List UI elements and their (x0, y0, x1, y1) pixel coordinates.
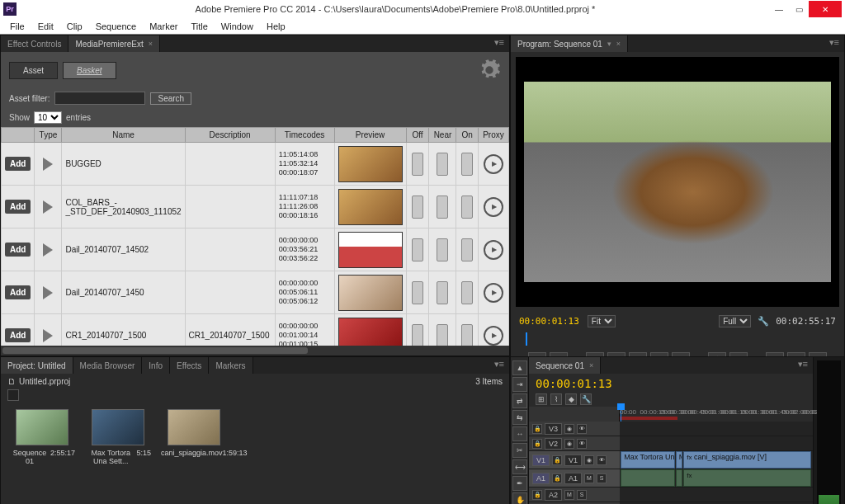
preview-thumb[interactable] (338, 318, 403, 346)
close-tab-icon[interactable]: × (149, 40, 153, 48)
add-button[interactable]: Add (5, 200, 31, 214)
pen-tool[interactable]: ✒ (512, 476, 527, 491)
project-item[interactable]: Max Tortora Una Sett...5:15 (85, 409, 151, 465)
clip-v1-c[interactable]: fx cani_spiaggia.mov [V] (683, 451, 810, 469)
off-slot[interactable] (412, 195, 423, 219)
toggle-v2-eye[interactable]: 👁 (577, 439, 587, 449)
col-desc[interactable]: Description (185, 128, 275, 143)
project-item[interactable]: Sequence 012:55:17 (9, 409, 75, 465)
rate-tool[interactable]: ↔ (512, 426, 527, 441)
col-off[interactable]: Off (406, 128, 429, 143)
track-v2[interactable]: V2 (545, 438, 562, 450)
hand-tool[interactable]: ✋ (512, 492, 527, 504)
off-slot[interactable] (412, 153, 423, 176)
close-tab-icon[interactable]: × (616, 40, 621, 48)
menu-window[interactable]: Window (215, 20, 260, 33)
off-slot[interactable] (412, 238, 423, 261)
selection-tool[interactable]: ▲ (512, 360, 527, 375)
add-button[interactable]: Add (5, 328, 31, 342)
menu-file[interactable]: File (3, 20, 31, 33)
clip-a1-c[interactable]: fx (683, 469, 810, 487)
project-search[interactable] (7, 389, 19, 401)
src-v1[interactable]: V1 (532, 455, 550, 466)
marker-button[interactable]: ◆ (565, 393, 577, 405)
slip-tool[interactable]: ⟷ (512, 459, 527, 474)
play-icon[interactable] (43, 243, 53, 257)
asset-button[interactable]: Asset (9, 62, 58, 79)
program-scrubber[interactable] (519, 332, 836, 346)
clip-v1-a[interactable]: Max Tortora Una Settimana Di Risate (200… (621, 451, 675, 469)
off-slot[interactable] (412, 281, 423, 304)
preview-thumb[interactable] (338, 232, 403, 268)
wrench-icon[interactable]: 🔧 (758, 316, 769, 327)
panel-menu-icon[interactable]: ▾≡ (824, 35, 844, 52)
solo-a1[interactable]: S (597, 473, 607, 483)
tab-effect-controls[interactable]: Effect Controls (1, 35, 68, 52)
tab-media-browser[interactable]: Media Browser (73, 357, 143, 374)
maximize-button[interactable]: ▭ (789, 1, 809, 17)
play-icon[interactable] (43, 286, 53, 299)
near-slot[interactable] (437, 153, 448, 176)
project-item[interactable]: cani_spiaggia.mov1:59:13 (161, 409, 227, 457)
proxy-button[interactable] (484, 197, 503, 217)
tab-project[interactable]: Project: Untitled (1, 357, 73, 374)
rolling-tool[interactable]: ⇆ (512, 410, 527, 425)
col-type[interactable]: Type (35, 128, 62, 143)
tab-markers[interactable]: Markers (209, 357, 253, 374)
clip-a1-b[interactable] (676, 469, 682, 487)
settings-button[interactable]: 🔧 (580, 393, 592, 405)
proxy-button[interactable] (484, 283, 503, 303)
toggle-v1-eye[interactable]: 👁 (597, 455, 607, 465)
add-button[interactable]: Add (5, 285, 31, 299)
program-tc-in[interactable]: 00:00:01:13 (519, 316, 579, 327)
ripple-tool[interactable]: ⇄ (512, 393, 527, 408)
toggle-v2-out[interactable]: ◉ (564, 439, 574, 449)
tab-info[interactable]: Info (142, 357, 170, 374)
play-icon[interactable] (43, 158, 53, 171)
off-slot[interactable] (412, 324, 423, 346)
mute-a2[interactable]: M (564, 490, 574, 500)
lock-a2[interactable]: 🔒 (532, 490, 542, 500)
clip-a1-a[interactable] (621, 469, 675, 487)
near-slot[interactable] (437, 281, 448, 304)
tab-effects[interactable]: Effects (170, 357, 209, 374)
panel-menu-icon[interactable]: ▾≡ (489, 35, 509, 52)
tab-sequence[interactable]: Sequence 01× (529, 357, 601, 374)
menu-marker[interactable]: Marker (143, 20, 184, 33)
lock-v3[interactable]: 🔒 (532, 424, 542, 434)
track-v3[interactable]: V3 (545, 423, 562, 435)
hscroll[interactable] (1, 346, 509, 356)
src-a1[interactable]: A1 (532, 473, 550, 484)
add-button[interactable]: Add (5, 157, 31, 171)
menu-clip[interactable]: Clip (60, 20, 89, 33)
mute-a1[interactable]: M (584, 473, 594, 483)
col-preview[interactable]: Preview (334, 128, 406, 143)
gear-icon[interactable] (478, 59, 501, 82)
link-toggle[interactable]: ⌇ (550, 393, 562, 405)
menu-help[interactable]: Help (260, 20, 292, 33)
col-name[interactable]: Name (62, 128, 185, 143)
col-proxy[interactable]: Proxy (478, 128, 508, 143)
track-select-tool[interactable]: ⇥ (512, 377, 527, 392)
add-button[interactable]: Add (5, 243, 31, 257)
near-slot[interactable] (437, 324, 448, 346)
play-icon[interactable] (43, 200, 53, 214)
track-v1[interactable]: V1 (564, 455, 582, 466)
track-a2[interactable]: A2 (545, 489, 562, 501)
time-ruler[interactable]: 00:0000:00:15:0000:00:30:0000:00:45:0000… (620, 407, 813, 422)
on-slot[interactable] (461, 195, 473, 219)
show-entries-select[interactable]: 10 (34, 111, 62, 124)
solo-a2[interactable]: S (577, 490, 587, 500)
proxy-button[interactable] (484, 240, 503, 260)
timeline-tc[interactable]: 00:00:01:13 (536, 377, 612, 390)
program-monitor[interactable] (516, 57, 839, 307)
tab-media-ext[interactable]: MediaPremiereExt× (68, 35, 160, 52)
panel-menu-icon[interactable]: ▾≡ (793, 357, 813, 374)
basket-button[interactable]: Basket (63, 62, 116, 79)
on-slot[interactable] (461, 281, 473, 304)
tab-program[interactable]: Program: Sequence 01▾× (511, 35, 628, 52)
search-button[interactable]: Search (150, 92, 191, 105)
on-slot[interactable] (461, 238, 473, 261)
lock-v1[interactable]: 🔒 (552, 455, 562, 465)
proxy-button[interactable] (484, 154, 503, 174)
